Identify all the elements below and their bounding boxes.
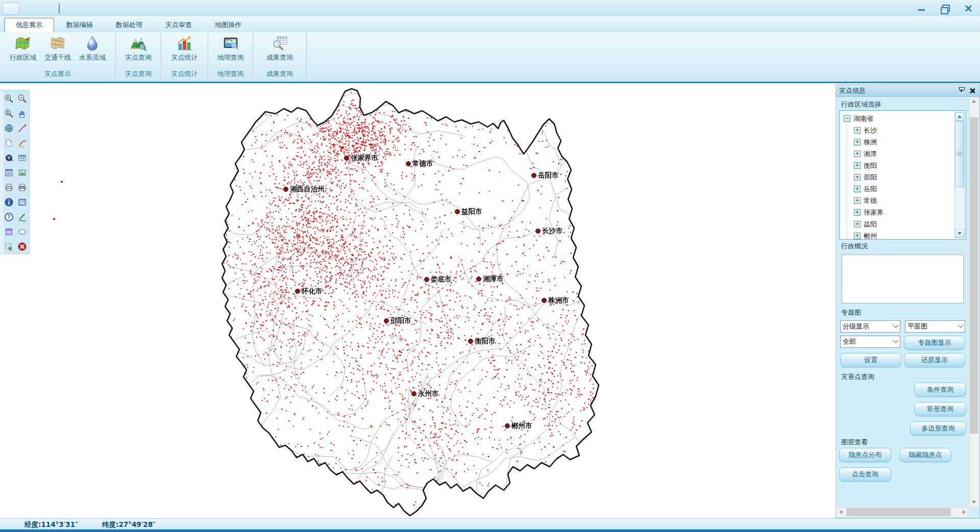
expand-icon[interactable]: + (854, 127, 861, 134)
scroll-right-arrow[interactable] (960, 508, 968, 517)
all-select[interactable]: 全部 (840, 336, 900, 348)
help-tool[interactable]: ? (3, 211, 15, 223)
color-printer-icon (17, 183, 27, 192)
measure-tool[interactable] (16, 122, 28, 134)
tree-node-changsha[interactable]: +长沙 (854, 124, 966, 136)
scroll-down-arrow[interactable] (969, 498, 978, 506)
brush-tool[interactable] (16, 137, 28, 149)
map-viewport[interactable]: 张家界市常德市岳阳市湘西自治州益阳市长沙市娄底市湘潭市株洲市怀化市邵阳市衡阳市永… (0, 83, 836, 518)
tab-data-edit[interactable]: 数据编辑 (55, 18, 104, 32)
collapse-icon[interactable]: − (844, 115, 850, 122)
tree-node-yueyang[interactable]: +岳阳 (854, 183, 966, 195)
rect-select-tool[interactable] (3, 240, 15, 252)
settings-button[interactable]: 设置 (840, 353, 901, 367)
condition-query-button[interactable]: 条件查询 (914, 383, 966, 397)
rectangle-query-button[interactable]: 矩形查询 (914, 402, 966, 416)
scroll-left-arrow[interactable] (837, 508, 846, 517)
scroll-thumb[interactable] (955, 121, 964, 187)
stray-point (61, 181, 63, 183)
panel-horizontal-scrollbar[interactable] (837, 507, 968, 517)
delete-tool[interactable] (16, 240, 28, 252)
ellipse-select-tool[interactable] (16, 225, 28, 238)
attribute-table-tool[interactable] (16, 151, 28, 164)
tab-data-process[interactable]: 数据处理 (105, 18, 154, 32)
minimize-button[interactable] (914, 3, 929, 13)
water-basin-button[interactable]: 水系流域 (75, 34, 110, 62)
print-setup-tool[interactable] (16, 181, 28, 193)
tree-node-chenzhou[interactable]: +郴州 (854, 230, 966, 240)
map-canvas[interactable] (0, 83, 836, 518)
admin-region-button[interactable]: 行政区域 (6, 34, 40, 62)
plane-map-select[interactable]: 平面图 (905, 320, 965, 333)
result-query-button[interactable]: 成果查询 (262, 34, 297, 62)
tab-disaster-review[interactable]: 灾点审查 (154, 18, 203, 32)
measure-pen-icon (17, 123, 27, 133)
eye-tool[interactable] (3, 151, 15, 164)
ribbon: 行政区域 交通干线 水系流域 灾点展示 (0, 32, 980, 83)
scroll-thumb[interactable] (846, 508, 951, 516)
info-tool[interactable] (3, 196, 15, 208)
tree-node-zhangjiajie[interactable]: +张家界 (854, 207, 966, 218)
geo-query-button[interactable]: 地理查询 (213, 34, 248, 62)
grade-display-select[interactable]: 分级显示 (840, 320, 900, 333)
expand-icon[interactable]: + (854, 150, 861, 157)
click-query-button[interactable]: 点击查询 (839, 467, 891, 482)
city-marker-icon (505, 423, 510, 428)
pin-icon[interactable] (957, 87, 965, 95)
hazard-distribution-button[interactable]: 隐患点分布 (839, 448, 891, 462)
expand-icon[interactable]: + (854, 139, 861, 145)
panel-window-tool[interactable] (16, 196, 28, 208)
expand-icon[interactable]: + (854, 162, 861, 169)
expand-icon[interactable]: + (854, 221, 861, 227)
scroll-up-arrow[interactable] (969, 97, 978, 106)
legend-tool[interactable] (3, 166, 15, 179)
tree-node-yiyang[interactable]: +益阳 (854, 218, 966, 230)
hide-hazard-button[interactable]: 隐藏隐患点 (899, 448, 951, 462)
expand-icon[interactable]: + (854, 209, 861, 216)
scroll-down-arrow[interactable] (955, 229, 964, 238)
tree-node-changde[interactable]: +常德 (854, 195, 966, 207)
traffic-lines-button[interactable]: 交通干线 (40, 34, 75, 62)
app-icon[interactable] (2, 3, 19, 15)
expand-icon[interactable]: + (854, 174, 861, 181)
panel-vertical-scrollbar[interactable] (969, 97, 978, 506)
tab-map-operate[interactable]: 地图操作 (204, 18, 253, 32)
tree-node-shaoyang[interactable]: +邵阳 (854, 171, 966, 183)
thematic-show-button[interactable]: 专题图显示 (904, 336, 965, 350)
tree-node-xiangtan[interactable]: +湘潭 (854, 148, 966, 160)
image-icon (17, 168, 27, 178)
full-extent-tool[interactable] (3, 122, 15, 134)
tree-scrollbar[interactable] (954, 112, 965, 238)
tab-info-display[interactable]: 信息展示 (4, 18, 54, 33)
pan-hand-icon (17, 109, 27, 118)
pan-tool[interactable] (16, 107, 28, 119)
disaster-query-button[interactable]: 灾点查询 (121, 34, 156, 62)
zoom-out-tool[interactable] (16, 92, 28, 105)
blank-page-tool[interactable] (3, 137, 15, 149)
panel-close-icon[interactable] (968, 87, 976, 95)
restore-button[interactable] (938, 3, 953, 13)
export-image-tool[interactable] (16, 166, 28, 179)
overview-textarea[interactable] (842, 255, 964, 303)
zoom-in-tool[interactable] (3, 92, 15, 105)
ribbon-tabstrip: 信息展示 数据编辑 数据处理 灾点审查 地图操作 (0, 16, 980, 33)
sketch-pen-tool[interactable] (16, 211, 28, 223)
city-label: 益阳市 (455, 207, 482, 216)
polygon-query-button[interactable]: 多边形查询 (910, 421, 966, 436)
close-button[interactable] (961, 3, 976, 13)
tree-node-hengyang[interactable]: +衡阳 (854, 160, 966, 171)
expand-icon[interactable]: + (854, 186, 861, 192)
tree-node-root[interactable]: − 湖南省 (844, 113, 966, 124)
expand-icon[interactable]: + (854, 197, 861, 204)
city-marker-icon (344, 156, 349, 161)
print-tool[interactable] (3, 181, 15, 193)
expand-icon[interactable]: + (854, 233, 861, 239)
disaster-stats-button[interactable]: 灾点统计 (167, 34, 202, 62)
scroll-thumb[interactable] (970, 117, 978, 434)
restore-display-button[interactable]: 还原显示 (904, 353, 965, 367)
window-tool[interactable] (3, 225, 15, 238)
zoom-extent-tool[interactable] (3, 107, 15, 119)
tree-node-zhuzhou[interactable]: +株洲 (854, 136, 966, 148)
stray-point (53, 218, 55, 220)
scroll-up-arrow[interactable] (955, 112, 964, 121)
